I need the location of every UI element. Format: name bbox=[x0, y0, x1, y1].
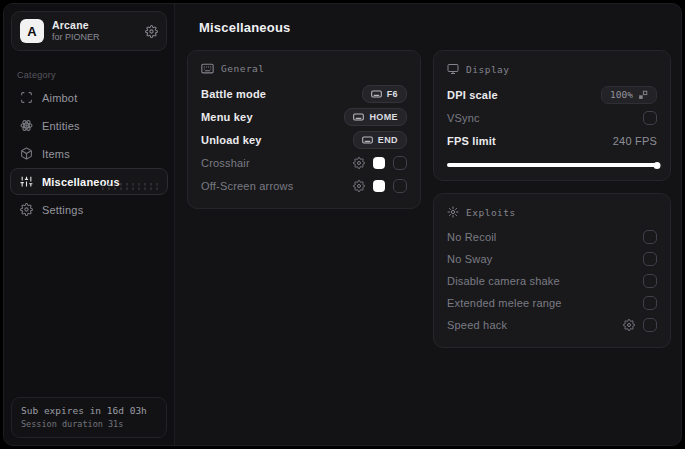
keyboard-icon bbox=[371, 90, 382, 98]
setting-row-battle-mode: Battle mode F6 bbox=[201, 82, 407, 105]
setting-row-extended-melee-range: Extended melee range bbox=[447, 292, 657, 314]
keybind-button[interactable]: HOME bbox=[344, 108, 407, 126]
sidebar-item-label: Aimbot bbox=[42, 92, 77, 104]
setting-label: Menu key bbox=[201, 111, 253, 123]
setting-row-vsync: VSync bbox=[447, 106, 657, 129]
sidebar-item-label: Entities bbox=[42, 120, 80, 132]
fps-limit-value: 240 FPS bbox=[613, 135, 657, 147]
setting-label: No Recoil bbox=[447, 231, 497, 243]
crosshair-color-swatch[interactable] bbox=[373, 157, 385, 169]
speed-hack-checkbox[interactable] bbox=[643, 318, 657, 332]
keyboard-icon bbox=[362, 136, 373, 144]
dpi-scale-value: 100% bbox=[610, 89, 633, 100]
logo-card: A Arcane for PIONER bbox=[11, 11, 167, 51]
setting-label: Crosshair bbox=[201, 157, 250, 169]
panel-header-label: Display bbox=[466, 64, 510, 75]
setting-row-unload-key: Unload key END bbox=[201, 128, 407, 151]
setting-label: Unload key bbox=[201, 134, 262, 146]
box-icon bbox=[20, 147, 33, 160]
disable-camera-shake-checkbox[interactable] bbox=[643, 274, 657, 288]
setting-label: DPI scale bbox=[447, 89, 498, 101]
sidebar-item-items[interactable]: Items bbox=[10, 140, 168, 167]
category-label: Category bbox=[17, 70, 162, 80]
page-title: Miscellaneous bbox=[199, 20, 672, 35]
app-subtitle: for PIONER bbox=[52, 32, 137, 43]
sidebar-item-aimbot[interactable]: Aimbot bbox=[10, 84, 168, 111]
keybind-value: END bbox=[378, 135, 398, 145]
gear-icon[interactable] bbox=[353, 157, 365, 169]
setting-label: Extended melee range bbox=[447, 297, 562, 309]
vsync-checkbox[interactable] bbox=[643, 111, 657, 125]
panel-header-label: General bbox=[221, 63, 265, 74]
fps-limit-slider[interactable] bbox=[447, 161, 657, 169]
keybind-button[interactable]: END bbox=[353, 131, 407, 149]
keyboard-icon bbox=[201, 63, 214, 74]
offscreen-arrows-color-swatch[interactable] bbox=[373, 180, 385, 192]
app-logo: A bbox=[20, 19, 44, 43]
setting-label: Disable camera shake bbox=[447, 275, 560, 287]
scale-icon bbox=[638, 90, 648, 100]
gear-icon bbox=[20, 203, 33, 216]
sliders-icon bbox=[20, 175, 33, 188]
sidebar-item-label: Settings bbox=[42, 204, 83, 216]
sidebar: A Arcane for PIONER Category Aimbot bbox=[4, 4, 175, 445]
app-window: A Arcane for PIONER Category Aimbot bbox=[3, 3, 682, 446]
slider-fill bbox=[447, 163, 657, 167]
setting-label: Battle mode bbox=[201, 88, 266, 100]
keyboard-icon bbox=[353, 113, 364, 121]
setting-row-speed-hack: Speed hack bbox=[447, 314, 657, 336]
gear-icon[interactable] bbox=[353, 180, 365, 192]
setting-row-offscreen-arrows: Off-Screen arrows bbox=[201, 174, 407, 197]
gear-icon[interactable] bbox=[145, 25, 158, 38]
setting-label: FPS limit bbox=[447, 135, 496, 147]
crosshair-checkbox[interactable] bbox=[393, 156, 407, 170]
no-recoil-checkbox[interactable] bbox=[643, 230, 657, 244]
general-panel: General Battle mode F6 Menu key H bbox=[187, 50, 421, 209]
panel-header-label: Exploits bbox=[466, 207, 516, 218]
sidebar-item-settings[interactable]: Settings bbox=[10, 196, 168, 223]
setting-row-disable-camera-shake: Disable camera shake bbox=[447, 270, 657, 292]
main-content: Miscellaneous General Battle mode bbox=[175, 4, 681, 445]
sidebar-nav: Aimbot Entities Items Miscellaneous bbox=[4, 84, 174, 224]
keybind-button[interactable]: F6 bbox=[362, 85, 407, 103]
no-sway-checkbox[interactable] bbox=[643, 252, 657, 266]
sidebar-item-label: Items bbox=[42, 148, 70, 160]
sidebar-item-entities[interactable]: Entities bbox=[10, 112, 168, 139]
sub-expires-text: Sub expires in 16d 03h bbox=[21, 405, 157, 416]
sidebar-item-label: Miscellaneous bbox=[42, 176, 120, 188]
keybind-value: F6 bbox=[387, 89, 398, 99]
monitor-icon bbox=[447, 63, 459, 75]
setting-row-crosshair: Crosshair bbox=[201, 151, 407, 174]
session-duration-text: Session duration 31s bbox=[21, 419, 157, 429]
setting-row-no-sway: No Sway bbox=[447, 248, 657, 270]
setting-row-dpi-scale: DPI scale 100% bbox=[447, 83, 657, 106]
setting-label: No Sway bbox=[447, 253, 492, 265]
setting-row-no-recoil: No Recoil bbox=[447, 226, 657, 248]
setting-label: VSync bbox=[447, 112, 480, 124]
subscription-card: Sub expires in 16d 03h Session duration … bbox=[11, 397, 167, 438]
setting-label: Off-Screen arrows bbox=[201, 180, 293, 192]
extended-melee-range-checkbox[interactable] bbox=[643, 296, 657, 310]
keybind-value: HOME bbox=[369, 112, 398, 122]
app-name: Arcane bbox=[52, 19, 137, 32]
setting-row-fps-limit: FPS limit 240 FPS bbox=[447, 129, 657, 152]
display-panel: Display DPI scale 100% VSync bbox=[433, 50, 671, 181]
setting-label: Speed hack bbox=[447, 319, 507, 331]
app-title-block: Arcane for PIONER bbox=[52, 19, 137, 43]
atom-icon bbox=[20, 119, 33, 132]
scan-icon bbox=[20, 91, 33, 104]
exploits-panel: Exploits No Recoil No Sway Disable camer… bbox=[433, 193, 671, 348]
sidebar-item-miscellaneous[interactable]: Miscellaneous bbox=[10, 168, 168, 195]
gear-icon[interactable] bbox=[623, 319, 635, 331]
slider-knob[interactable] bbox=[654, 162, 661, 169]
setting-row-menu-key: Menu key HOME bbox=[201, 105, 407, 128]
burst-icon bbox=[447, 206, 459, 218]
dpi-scale-button[interactable]: 100% bbox=[601, 86, 657, 104]
offscreen-arrows-checkbox[interactable] bbox=[393, 179, 407, 193]
